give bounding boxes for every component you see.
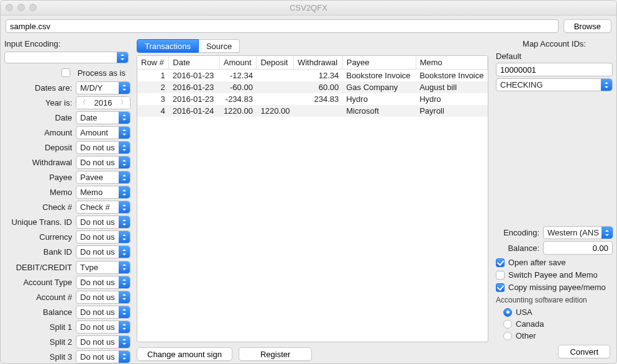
table-cell: Hydro <box>416 93 487 105</box>
col-amount[interactable]: Amount <box>219 56 257 70</box>
radio-canada[interactable] <box>503 320 512 329</box>
split1-select[interactable]: Do not us <box>76 321 130 334</box>
chevron-updown-icon <box>119 216 130 228</box>
switch-payee-memo-checkbox[interactable] <box>496 271 505 280</box>
currency-select[interactable]: Do not us <box>76 230 130 243</box>
col-row-no[interactable]: Row # <box>137 56 169 70</box>
table-row[interactable]: 22016-01-23-60.0060.00Gas CompanyAugust … <box>137 81 488 93</box>
file-path-input[interactable] <box>6 19 559 33</box>
table-cell: Bookstore Invoice <box>342 70 416 82</box>
date-select[interactable]: Date <box>76 111 130 124</box>
window-title: CSV2QFX <box>290 3 327 12</box>
balance-input[interactable] <box>543 241 613 255</box>
radio-other[interactable] <box>503 332 512 340</box>
amount-select[interactable]: Amount <box>76 126 130 139</box>
table-row[interactable]: 42016-01-241220.001220.00MicrosoftPayrol… <box>137 105 488 117</box>
table-cell <box>293 105 342 117</box>
convert-button[interactable]: Convert <box>558 345 610 358</box>
table-cell <box>257 93 294 105</box>
open-after-save-label: Open after save <box>508 258 566 267</box>
zoom-icon[interactable] <box>29 4 37 11</box>
dates-are-select[interactable]: M/D/Y <box>76 81 130 94</box>
process-as-is-checkbox[interactable] <box>62 68 70 77</box>
chevron-updown-icon <box>119 157 130 168</box>
left-column: Input Encoding: Process as is Dates are:… <box>1 37 134 363</box>
output-encoding-select[interactable]: Western (ANS <box>543 226 613 239</box>
input-encoding-select[interactable] <box>4 52 129 63</box>
chevron-updown-icon <box>119 127 130 139</box>
payee-select[interactable]: Pavee <box>76 171 130 184</box>
split3-select[interactable]: Do not us <box>76 350 130 363</box>
col-withdrawal[interactable]: Withdrawal <box>293 56 342 70</box>
table-cell: 2 <box>137 81 169 93</box>
software-edition-label: Accounting software edition <box>496 296 613 304</box>
titlebar: CSV2QFX <box>1 1 616 16</box>
table-cell <box>257 70 294 82</box>
chevron-updown-icon <box>119 201 130 213</box>
table-row[interactable]: 32016-01-23-234.83234.83HydroHydro <box>137 93 488 105</box>
col-deposit[interactable]: Deposit <box>257 56 294 70</box>
map-account-ids-heading: Map Account IDs: <box>496 39 613 48</box>
stepper-left-icon[interactable]: 〈 <box>76 97 89 109</box>
process-as-is-label: Process as is <box>78 68 126 78</box>
file-row: Browse <box>1 16 616 37</box>
debit-credit-select[interactable]: Tvpe <box>76 261 130 274</box>
minimize-icon[interactable] <box>17 4 25 11</box>
switch-payee-memo-label: Switch Payee and Memo <box>508 270 598 280</box>
account-type-select[interactable]: Do not us <box>76 276 130 289</box>
change-amount-sign-button[interactable]: Change amount sign <box>137 347 232 361</box>
table-cell: 2016-01-23 <box>169 70 220 82</box>
tabs: Transactions Source <box>137 39 492 53</box>
table-cell: 1 <box>137 70 169 82</box>
balance-label: Balance: <box>496 243 539 253</box>
browse-button[interactable]: Browse <box>564 19 611 33</box>
chevron-updown-icon <box>119 336 130 348</box>
chevron-updown-icon <box>601 227 613 239</box>
mid-column: Transactions Source Row # Date Amount De… <box>134 37 492 363</box>
default-label: Default <box>496 52 613 61</box>
col-date[interactable]: Date <box>169 56 220 70</box>
bank-id-select[interactable]: Do not us <box>76 245 130 258</box>
table-cell: Bookstore Invoice <box>416 70 487 82</box>
withdrawal-select[interactable]: Do not us <box>76 156 130 169</box>
split2-select[interactable]: Do not us <box>76 335 130 348</box>
table-row[interactable]: 12016-01-23-12.3412.34Bookstore InvoiceB… <box>137 70 488 82</box>
close-icon[interactable] <box>6 4 13 11</box>
transactions-table: Row # Date Amount Deposit Withdrawal Pay… <box>137 55 488 342</box>
year-stepper[interactable]: 〈 2016 〉 <box>76 96 130 109</box>
stepper-right-icon[interactable]: 〉 <box>117 97 130 109</box>
table-cell: August bill <box>416 81 487 93</box>
copy-missing-checkbox[interactable] <box>496 283 505 292</box>
tab-source[interactable]: Source <box>199 39 240 53</box>
table-cell: 60.00 <box>293 81 342 93</box>
table-cell: 234.83 <box>293 93 342 105</box>
open-after-save-checkbox[interactable] <box>496 258 505 267</box>
table-cell: 12.34 <box>293 70 342 82</box>
col-payee[interactable]: Payee <box>342 56 416 70</box>
tab-transactions[interactable]: Transactions <box>137 39 199 53</box>
year-value: 2016 <box>89 97 117 109</box>
balance-select[interactable]: Do not us <box>76 306 130 319</box>
chevron-updown-icon <box>119 171 130 183</box>
col-memo[interactable]: Memo <box>416 56 487 70</box>
account-id-input[interactable] <box>496 63 613 76</box>
account-no-select[interactable]: Do not us <box>76 291 130 304</box>
chevron-updown-icon <box>119 291 130 303</box>
encoding-label: Encoding: <box>496 228 539 237</box>
unique-trans-id-select[interactable]: Do not us <box>76 216 130 229</box>
register-button[interactable]: Register <box>239 347 312 361</box>
deposit-select[interactable]: Do not us <box>76 141 130 154</box>
memo-select[interactable]: Memo <box>76 186 130 199</box>
table-cell: 2016-01-23 <box>169 93 220 105</box>
right-column: Map Account IDs: Default CHECKING Encodi… <box>492 37 616 363</box>
account-type-right-select[interactable]: CHECKING <box>496 78 613 91</box>
table-cell: 2016-01-23 <box>169 81 220 93</box>
chevron-updown-icon <box>119 246 130 258</box>
check-no-select[interactable]: Check # <box>76 201 130 214</box>
chevron-updown-icon <box>119 112 130 124</box>
table-cell: Gas Company <box>342 81 416 93</box>
year-is-label: Year is: <box>4 98 72 107</box>
table-cell: 1220.00 <box>219 105 257 117</box>
chevron-updown-icon <box>119 142 130 153</box>
radio-usa[interactable] <box>503 308 512 317</box>
